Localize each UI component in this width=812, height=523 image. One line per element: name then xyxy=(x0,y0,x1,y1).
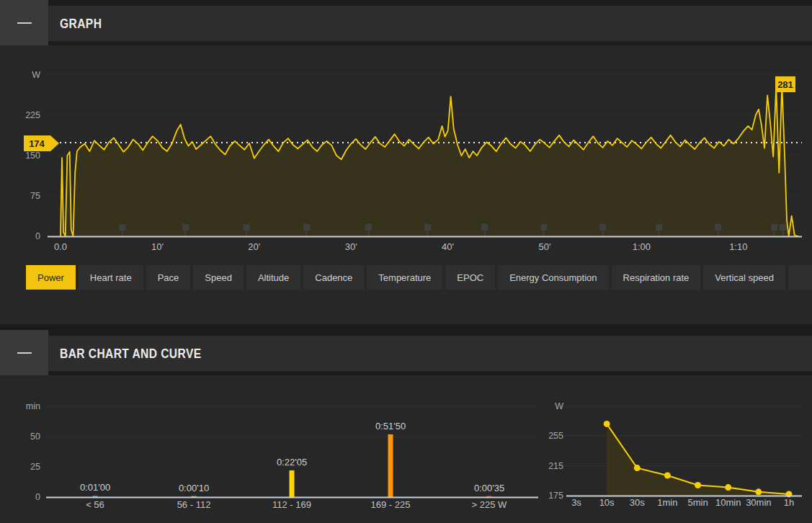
zone-duration-label: 0:51'50 xyxy=(375,421,406,432)
y-axis-tick: 150 xyxy=(25,151,40,161)
x-axis-tick: 5min xyxy=(687,497,708,508)
curve-point xyxy=(725,484,731,491)
tab-energy-consumption[interactable]: Energy Consumption xyxy=(498,265,608,290)
minus-icon xyxy=(17,22,32,24)
collapse-graph-button[interactable] xyxy=(0,0,48,45)
x-axis-tick: 3s xyxy=(571,497,581,508)
lap-marker-icon xyxy=(120,224,126,231)
x-axis-tick: 1h xyxy=(784,497,794,508)
curve-point xyxy=(634,465,641,471)
bar-chart-section-header: BAR CHART AND CURVE xyxy=(0,330,812,375)
tab-power[interactable]: Power xyxy=(26,265,76,290)
workout-analysis-page: GRAPH W2251507500.010'20'30'40'50'1:001:… xyxy=(0,0,812,523)
y-axis-tick: 255 xyxy=(548,431,563,441)
lap-marker-icon xyxy=(656,224,662,231)
zone-range-label: 56 - 112 xyxy=(177,499,211,510)
tab-cadence[interactable]: Cadence xyxy=(303,265,364,290)
bar-chart-title: BAR CHART AND CURVE xyxy=(60,346,201,362)
curve-point xyxy=(755,488,762,495)
y-axis-tick: W xyxy=(32,70,40,80)
tab-speed[interactable]: Speed xyxy=(193,265,244,290)
power-graph[interactable]: W2251507500.010'20'30'40'50'1:001:101742… xyxy=(0,45,812,265)
x-axis-tick: 0.0 xyxy=(54,241,67,252)
x-axis-tick: 20' xyxy=(248,241,260,252)
lap-marker-icon xyxy=(771,224,777,231)
max-power-value: 281 xyxy=(777,79,793,90)
lap-marker-icon xyxy=(182,224,189,231)
lap-marker-icon xyxy=(424,224,431,231)
tab-temperature[interactable]: Temperature xyxy=(367,265,442,290)
zone-bar xyxy=(388,434,393,497)
y-axis-tick: 75 xyxy=(30,191,40,201)
x-axis-tick: 50' xyxy=(539,241,551,252)
tab-altitude[interactable]: Altitude xyxy=(246,265,300,290)
y-axis-tick: 215 xyxy=(548,461,563,471)
lap-marker-icon xyxy=(780,224,786,231)
x-axis-tick: 30' xyxy=(345,241,357,252)
curve-point xyxy=(664,472,671,478)
curve-point xyxy=(695,482,701,488)
x-axis-tick: 10' xyxy=(151,241,164,252)
collapse-bar-chart-button[interactable] xyxy=(0,330,48,375)
zone-duration-label: 0:22'05 xyxy=(277,457,307,468)
zone-range-label: < 56 xyxy=(86,499,104,510)
lap-marker-icon xyxy=(244,224,250,231)
x-axis-tick: 10s xyxy=(599,497,615,508)
x-axis-tick: 30s xyxy=(630,497,645,508)
zone-duration-label: 0:00'35 xyxy=(474,483,504,493)
graph-metric-tabs: Power Heart rate Pace Speed Altitude Cad… xyxy=(26,265,812,290)
y-axis-tick: 225 xyxy=(25,110,40,120)
zone-range-label: 112 - 169 xyxy=(272,499,311,510)
bar-chart-header-strip: BAR CHART AND CURVE xyxy=(48,336,812,371)
lap-marker-icon xyxy=(599,224,606,231)
lap-marker-icon xyxy=(303,224,310,231)
y-axis-tick: 50 xyxy=(30,432,40,442)
y-axis-tick: W xyxy=(555,401,563,411)
x-axis-tick: 1min xyxy=(657,497,677,508)
tab-epoc[interactable]: EPOC xyxy=(445,265,495,290)
x-axis-tick: 1:00 xyxy=(633,241,651,252)
tab-overflow[interactable] xyxy=(788,265,812,290)
zone-duration-label: 0:01'00 xyxy=(80,482,110,493)
tab-respiration-rate[interactable]: Respiration rate xyxy=(612,265,701,290)
y-axis-tick: 0 xyxy=(35,492,40,502)
lap-marker-icon xyxy=(365,224,372,231)
y-axis-tick: min xyxy=(26,401,40,411)
graph-section-header: GRAPH xyxy=(0,0,812,45)
power-area-fill xyxy=(61,85,798,236)
zone-range-label: 169 - 225 xyxy=(371,499,411,510)
tab-vertical-speed[interactable]: Vertical speed xyxy=(703,265,785,290)
x-axis-tick: 30min xyxy=(746,497,771,508)
graph-title: GRAPH xyxy=(60,16,102,32)
zone-duration-label: 0:00'10 xyxy=(179,483,209,493)
curve-point xyxy=(604,421,610,427)
x-axis-tick: 10min xyxy=(715,497,741,508)
x-axis-tick: 40' xyxy=(442,241,454,252)
minus-icon xyxy=(17,352,32,354)
x-axis-tick: 1:10 xyxy=(729,241,747,252)
tab-heart-rate[interactable]: Heart rate xyxy=(79,265,143,290)
lap-marker-icon xyxy=(715,224,721,231)
y-axis-tick: 0 xyxy=(35,231,40,241)
zone-bar xyxy=(290,470,295,497)
section-divider xyxy=(0,324,812,330)
zones-and-curve-charts[interactable]: min502500:01'00< 560:00'1056 - 1120:22'0… xyxy=(0,375,812,523)
y-axis-tick: 175 xyxy=(548,491,563,501)
y-axis-tick: 25 xyxy=(30,462,40,472)
average-power-value: 174 xyxy=(29,138,45,149)
graph-header-strip: GRAPH xyxy=(48,6,812,41)
zone-range-label: > 225 W xyxy=(472,499,508,510)
lap-marker-icon xyxy=(540,224,547,231)
tab-pace[interactable]: Pace xyxy=(146,265,191,290)
lap-marker-icon xyxy=(481,224,488,231)
